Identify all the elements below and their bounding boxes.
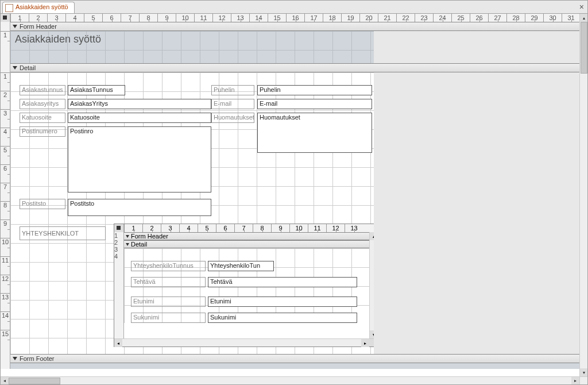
subform-container[interactable]: 12345678910111213 1234 Form Header <box>114 224 378 347</box>
scroll-left-icon[interactable]: ◂ <box>1 377 9 385</box>
form-detail-area[interactable]: Asiakastunnus AsiakasTunnus Asiakasyrity… <box>10 72 384 354</box>
field-asiakastunnus[interactable]: AsiakasTunnus <box>68 85 125 95</box>
label-huomautukset[interactable]: Huomautukset <box>211 113 254 123</box>
subform-hruler[interactable]: 12345678910111213 <box>124 224 377 232</box>
main-vscroll[interactable]: ▴ ▾ <box>579 14 587 376</box>
label-postitsto[interactable]: Postitsto <box>20 199 65 209</box>
canvas: 1234567891011121314151617181920212223242… <box>1 13 587 384</box>
form-title[interactable]: Asiakkaiden syöttö <box>11 32 105 47</box>
selector-row: 1234567891011121314151617181920212223242… <box>1 14 579 22</box>
vertical-ruler-footer[interactable] <box>1 363 10 369</box>
close-icon[interactable]: × <box>579 2 584 11</box>
label-puhelin[interactable]: Puhelin <box>211 85 254 95</box>
section-arrow-icon <box>126 235 129 238</box>
subform-vruler[interactable]: 1234 <box>114 232 124 338</box>
section-arrow-icon <box>126 243 129 246</box>
subform-content: Form Header Detail YhteyshenkiloTunnus Y… <box>124 232 369 338</box>
detail-rightpad <box>374 72 579 354</box>
label-asiakastunnus[interactable]: Asiakastunnus <box>20 85 65 95</box>
section-form-header[interactable]: Form Header <box>10 22 579 31</box>
scroll-corner <box>579 376 587 384</box>
sub-field-yhttunnus[interactable]: YhteyshenkiloTun <box>208 261 274 271</box>
vruler-gap2 <box>1 63 10 72</box>
field-katuosoite[interactable]: Katuosoite <box>68 113 211 123</box>
sub-field-sukunimi[interactable]: Sukunimi <box>208 313 357 323</box>
field-postinro[interactable]: Postinro <box>68 126 211 192</box>
sub-label-yhttunnus[interactable]: YhteyshenkiloTunnus <box>131 261 206 271</box>
field-postitsto[interactable]: Postitsto <box>68 199 211 216</box>
main-hscroll[interactable]: ◂ ▸ <box>1 376 579 384</box>
header-rightpad <box>374 31 579 63</box>
tab-bar: Asiakkaiden syöttö × <box>1 1 587 13</box>
scroll-right-icon[interactable]: ▸ <box>571 377 579 385</box>
label-asiakasyritys[interactable]: Asiakasyritys <box>20 99 65 109</box>
field-huomautukset[interactable]: Huomautukset <box>257 113 372 153</box>
tab-title: Asiakkaiden syöttö <box>16 3 68 10</box>
scroll-thumb[interactable] <box>581 22 587 74</box>
sub-label-etunimi[interactable]: Etunimi <box>131 297 206 307</box>
vertical-ruler-detail[interactable]: 123456789101112131415 <box>1 72 10 354</box>
section-label: Form Footer <box>20 355 55 362</box>
form-header-area[interactable]: Asiakkaiden syöttö <box>10 31 384 63</box>
scroll-up-icon[interactable]: ▴ <box>580 14 588 22</box>
horizontal-ruler[interactable]: 1234567891011121314151617181920212223242… <box>10 14 579 22</box>
design-window: Asiakkaiden syöttö × 1234567891011121314… <box>0 0 588 385</box>
label-katuosoite[interactable]: Katuosoite <box>20 113 65 123</box>
sub-label-sukunimi[interactable]: Sukunimi <box>131 313 206 323</box>
vruler-gap <box>1 22 10 31</box>
form-tab[interactable]: Asiakkaiden syöttö <box>2 2 75 13</box>
sub-field-tehtava[interactable]: Tehtävä <box>208 277 357 287</box>
field-puhelin[interactable]: Puhelin <box>257 85 372 95</box>
scroll-left-icon[interactable]: ◂ <box>114 339 122 347</box>
scroll-thumb[interactable] <box>9 378 60 384</box>
label-postinumero[interactable]: Postinumero <box>20 126 65 137</box>
design-surface: 1234567891011121314151617181920212223242… <box>1 14 579 369</box>
field-asiakasyritys[interactable]: AsiakasYritys <box>68 99 211 109</box>
sub-section-label: Form Header <box>131 233 168 240</box>
scroll-down-icon[interactable]: ▾ <box>580 368 588 376</box>
sub-field-etunimi[interactable]: Etunimi <box>208 297 357 307</box>
vertical-ruler-header[interactable]: 1 <box>1 31 10 63</box>
form-selector[interactable] <box>1 14 10 22</box>
section-label: Detail <box>20 64 36 71</box>
sub-section-detail[interactable]: Detail <box>124 240 369 248</box>
sub-section-form-header[interactable]: Form Header <box>124 232 369 240</box>
section-arrow-icon <box>13 357 17 360</box>
section-arrow-icon <box>13 25 17 28</box>
content-area: 1234567891011121314151617181920212223242… <box>1 14 579 376</box>
field-email[interactable]: E-mail <box>257 99 372 109</box>
form-footer-area[interactable] <box>10 363 579 369</box>
subform-detail-area[interactable]: YhteyshenkiloTunnus YhteyshenkiloTun Teh… <box>124 248 369 323</box>
sub-section-label: Detail <box>131 241 147 248</box>
sub-label-tehtava[interactable]: Tehtävä <box>131 277 206 287</box>
label-yhteyshenkilot[interactable]: YHTEYSHENKILOT <box>20 226 106 240</box>
scroll-right-icon[interactable]: ▸ <box>361 339 369 347</box>
section-form-footer[interactable]: Form Footer <box>10 354 579 363</box>
section-label: Form Header <box>20 23 57 30</box>
subform-hscroll[interactable]: ◂ ▸ <box>114 338 377 346</box>
section-arrow-icon <box>13 66 17 70</box>
vruler-gap3 <box>1 354 10 363</box>
label-email[interactable]: E-mail <box>211 99 254 109</box>
subform-selector[interactable] <box>114 224 124 232</box>
section-detail[interactable]: Detail <box>10 63 579 72</box>
